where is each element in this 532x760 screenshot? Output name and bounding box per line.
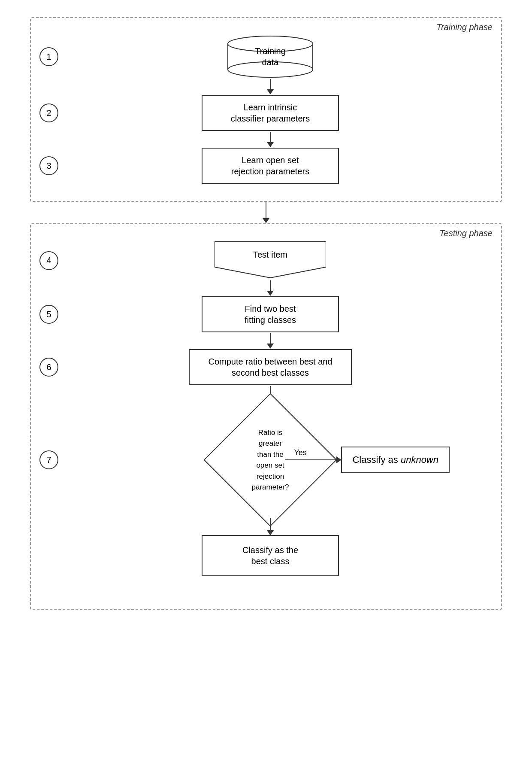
step-1-number: 1 [39,47,58,66]
training-inner: 1 Training data [65,31,475,184]
training-phase-box: Training phase 1 Training [30,17,502,202]
step-8-wrapper: Classify as thebest class [65,535,475,576]
step-6-text: Compute ratio between best andsecond bes… [208,357,332,377]
testing-phase-label: Testing phase [439,228,493,238]
step-1-wrapper: 1 Training data [65,35,475,78]
classify-unknown-box: Classify as unknown [341,447,450,473]
step-2-text: Learn intrinsicclassifier parameters [231,103,310,123]
step-4-wrapper: 4 Test item [65,241,475,280]
yes-arrowhead [336,456,342,463]
step-1-line2: data [262,58,279,67]
step-1-text: Training data [255,46,286,68]
step-5-number: 5 [39,305,58,324]
step-3-number: 3 [39,156,58,175]
step-6-wrapper: 6 Compute ratio between best andsecond b… [65,349,475,385]
step-3-box: Learn open setrejection parameters [202,148,339,184]
training-phase-label: Training phase [436,22,493,32]
yes-arrow-container: Yes Classify as unknown [285,447,450,473]
step-1-line1: Training [255,46,286,56]
step-7-wrapper: 7 Ratio isgreaterthan theopen setrejecti… [65,404,475,516]
step-8-box: Classify as thebest class [202,535,339,576]
cylinder-shape: Training data [227,35,313,78]
step-3-wrapper: 3 Learn open setrejection parameters [65,148,475,184]
testing-phase-box: Testing phase 4 Test item 5 Find two bes… [30,223,502,610]
unknown-italic: unknown [401,454,438,465]
step-4-text: Test item [253,250,287,260]
step-5-box: Find two bestfitting classes [202,296,339,332]
arrow-1-2 [270,79,271,94]
testing-inner: 4 Test item 5 Find two bestfitting class… [65,237,475,576]
step-3-text: Learn open setrejection parameters [231,155,309,176]
pentagon-container: Test item [215,241,326,280]
step-8-text: Classify as thebest class [242,545,298,566]
step-7-number: 7 [39,450,58,469]
diamond-text: Ratio isgreaterthan theopen setrejection… [234,427,307,493]
step-6-number: 6 [39,358,58,377]
yes-branch: Yes Classify as unknown [285,447,450,473]
arrow-5-6 [270,333,271,348]
step-4-number: 4 [39,251,58,270]
step-5-text: Find two bestfitting classes [245,304,296,325]
arrow-2-3 [270,132,271,147]
step-2-wrapper: 2 Learn intrinsicclassifier parameters [65,95,475,131]
arrow-7-8 [270,518,271,535]
step-5-wrapper: 5 Find two bestfitting classes [65,296,475,332]
diagram-container: Training phase 1 Training [30,17,502,610]
step-2-number: 2 [39,103,58,122]
step-2-box: Learn intrinsicclassifier parameters [202,95,339,131]
phase-connector [266,202,266,223]
step-6-box: Compute ratio between best andsecond bes… [189,349,352,385]
arrow-4-5 [270,280,271,295]
diamond-wrapper: Ratio isgreaterthan theopen setrejection… [223,413,317,507]
